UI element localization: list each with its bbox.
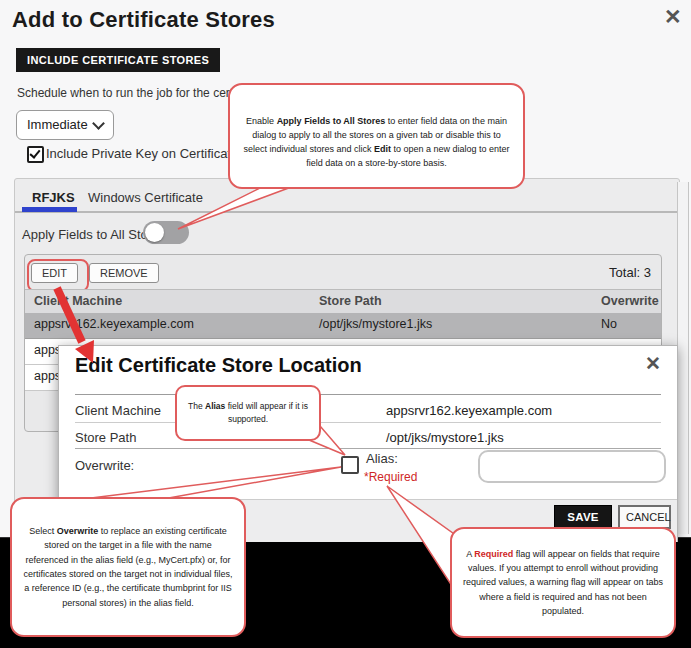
close-icon[interactable]: ✕ <box>664 6 682 27</box>
field-value-store-path: /opt/jks/mystore1.jks <box>386 430 504 445</box>
include-certificate-stores-button[interactable]: INCLUDE CERTIFICATE STORES <box>16 48 220 72</box>
callout-text-bold: Overwrite <box>57 526 99 536</box>
tab-divider <box>15 211 677 213</box>
cell-store-path: /opt/jks/mystore1.jks <box>319 317 432 331</box>
cell-overwrite: No <box>601 317 617 331</box>
callout-text-bold: Edit <box>374 144 391 154</box>
divider <box>75 394 661 395</box>
remove-button[interactable]: REMOVE <box>89 263 159 283</box>
alias-label: Alias: <box>366 451 398 466</box>
schedule-label: Schedule when to run the job for the cer… <box>17 86 258 100</box>
callout-text: field will appear if it is supported. <box>225 401 308 424</box>
total-count: Total: 3 <box>609 265 651 280</box>
save-button[interactable]: SAVE <box>554 505 612 529</box>
callout-text-bold: Alias <box>205 401 225 411</box>
divider <box>75 448 661 449</box>
required-flag: *Required <box>364 470 417 484</box>
table-header: Client Machine Store Path Overwrite <box>25 289 661 314</box>
alias-input[interactable] <box>478 450 666 483</box>
divider <box>75 422 661 423</box>
column-store-path: Store Path <box>319 294 382 308</box>
cell-client-machine: appsrvr162.keyexample.com <box>34 317 194 331</box>
cancel-button[interactable]: CANCEL <box>618 505 671 529</box>
column-overwrite: Overwrite <box>601 294 659 308</box>
scrollbar-track[interactable] <box>677 182 689 534</box>
table-row[interactable]: appsrvr162.keyexample.com /opt/jks/mysto… <box>25 313 661 339</box>
active-tab-underline <box>22 207 77 212</box>
edit-button[interactable]: EDIT <box>31 263 78 283</box>
callout-text: Select <box>29 526 57 536</box>
check-icon <box>29 147 40 159</box>
tab-rfjks[interactable]: RFJKS <box>32 190 75 205</box>
tab-windows-certificate[interactable]: Windows Certificate <box>88 190 203 205</box>
overwrite-label: Overwrite: <box>75 458 134 473</box>
toggle-knob <box>145 223 164 242</box>
schedule-select[interactable]: Immediate <box>16 110 114 140</box>
callout-alias: The Alias field will appear if it is sup… <box>175 385 321 441</box>
page-background: Add to Certificate Stores ✕ INCLUDE CERT… <box>0 0 691 648</box>
close-icon[interactable]: ✕ <box>645 354 661 373</box>
callout-text-bold: Apply Fields to All Stores <box>277 116 386 126</box>
edit-dialog-title: Edit Certificate Store Location <box>75 354 362 377</box>
dialog-title: Add to Certificate Stores <box>12 7 275 33</box>
callout-text: Enable <box>246 116 277 126</box>
callout-text: The <box>188 401 205 411</box>
callout-text: A <box>466 549 474 559</box>
callout-apply-fields: Enable Apply Fields to All Stores to ent… <box>228 83 525 189</box>
apply-fields-toggle[interactable] <box>143 221 189 244</box>
field-value-client-machine: appsrvr162.keyexample.com <box>386 403 552 418</box>
callout-overwrite: Select Overwrite to replace an existing … <box>10 497 246 637</box>
schedule-select-value: Immediate <box>27 117 88 132</box>
field-label-store-path: Store Path <box>75 430 136 445</box>
private-key-checkbox[interactable] <box>27 146 44 163</box>
chevron-down-icon <box>92 117 105 130</box>
callout-text-required: Required <box>474 549 513 559</box>
overwrite-checkbox[interactable] <box>341 456 359 474</box>
column-client-machine: Client Machine <box>34 294 122 308</box>
field-label-client-machine: Client Machine <box>75 403 161 418</box>
callout-required: A Required flag will appear on fields th… <box>450 527 676 638</box>
callout-text: to replace an existing certificate store… <box>23 526 232 608</box>
